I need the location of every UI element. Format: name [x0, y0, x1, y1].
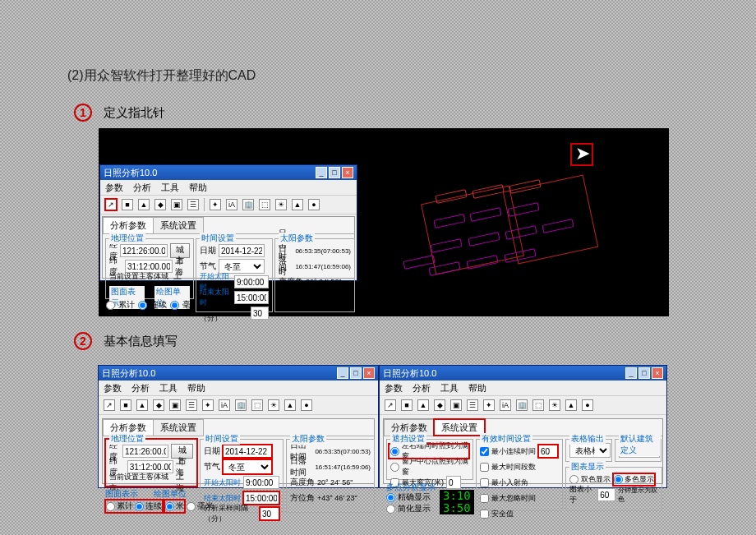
radio-simple[interactable] [386, 505, 395, 514]
minimize-button[interactable]: _ [625, 367, 637, 379]
menu-tools[interactable]: 工具 [159, 382, 177, 394]
menu-help[interactable]: 帮助 [468, 382, 486, 394]
menu-help[interactable]: 帮助 [187, 382, 205, 394]
titlebar-1[interactable]: 日照分析10.0 _ □ × [100, 165, 357, 180]
menu-params[interactable]: 参数 [104, 382, 122, 394]
chk-maxignore[interactable] [480, 494, 489, 503]
radio-continuous[interactable] [138, 301, 147, 310]
tool-icon[interactable]: ■ [401, 399, 413, 411]
term-select[interactable]: 冬至 [223, 459, 272, 474]
maximize-button[interactable]: □ [638, 367, 650, 379]
tool-icon[interactable]: 🏢 [242, 199, 254, 210]
tool-icon[interactable]: ✦ [202, 399, 214, 411]
radio-cumulative[interactable] [106, 502, 115, 511]
tool-icon[interactable]: ■ [122, 199, 133, 210]
tool-icon[interactable]: 🏢 [235, 399, 247, 411]
tab-analysis[interactable]: 分析参数 [103, 217, 154, 233]
tool-icon[interactable]: ☰ [187, 199, 199, 210]
interval-input[interactable] [260, 507, 279, 520]
menu-tools[interactable]: 工具 [440, 382, 459, 394]
tool-icon[interactable]: ▲ [138, 199, 150, 210]
tool-icon[interactable]: ● [582, 399, 593, 411]
close-button[interactable]: × [652, 367, 663, 379]
menu-params[interactable]: 参数 [105, 182, 123, 194]
menu-params[interactable]: 参数 [385, 382, 403, 394]
radio-shade2[interactable] [390, 463, 399, 472]
titlebar-2[interactable]: 日照分析10.0 _ □ × [99, 366, 378, 380]
tool-icon[interactable]: ☀ [549, 399, 560, 411]
date-input[interactable] [223, 445, 272, 458]
tool-icon[interactable]: ▣ [169, 399, 181, 411]
tab-system[interactable]: 系统设置 [153, 217, 204, 233]
menu-analysis[interactable]: 分析 [133, 182, 151, 194]
minimize-button[interactable]: _ [337, 367, 348, 379]
tool-icon[interactable]: ☀ [268, 399, 279, 411]
tool-icon[interactable]: ☰ [467, 399, 478, 411]
tool-icon[interactable]: ↗ [104, 399, 115, 411]
tool-icon[interactable]: ◆ [434, 399, 445, 411]
tool-icon[interactable]: iA [226, 199, 237, 210]
menu-analysis[interactable]: 分析 [413, 382, 431, 394]
mincont-input[interactable] [538, 445, 558, 458]
tool-icon[interactable]: ☀ [275, 199, 287, 210]
tool-icon[interactable]: ■ [120, 399, 131, 411]
radio-cumulative[interactable] [106, 301, 115, 310]
tool-icon[interactable]: 🏢 [516, 399, 528, 411]
lon-input[interactable] [122, 445, 168, 458]
maximize-button[interactable]: □ [329, 167, 340, 178]
tool-icon[interactable]: ⬚ [259, 199, 270, 210]
doc-caption: (2)用众智软件打开整理好的CAD [67, 67, 256, 85]
tool-icon[interactable]: ⬚ [251, 399, 263, 411]
start-input[interactable] [234, 275, 269, 288]
tool-icon[interactable]: ◆ [154, 199, 166, 210]
tool-icon[interactable]: ↗ [385, 399, 396, 411]
tool-icon[interactable]: ▣ [171, 199, 182, 210]
tool-icon[interactable]: ● [301, 399, 312, 411]
tool-icon[interactable]: ▲ [284, 399, 296, 411]
tool-icon[interactable]: iA [500, 399, 511, 411]
maximize-button[interactable]: □ [350, 367, 362, 379]
minimize-button[interactable]: _ [316, 167, 327, 178]
menu-tools[interactable]: 工具 [161, 182, 179, 194]
threshold-input[interactable] [597, 488, 615, 501]
menu-analysis[interactable]: 分析 [131, 382, 150, 394]
tab-system[interactable]: 系统设置 [153, 419, 204, 436]
tool-icon[interactable]: iA [219, 399, 230, 411]
titlebar-3[interactable]: 日照分析10.0 _ □ × [380, 366, 666, 380]
lon-input[interactable] [120, 244, 168, 257]
radio-continuous[interactable] [135, 502, 144, 511]
radio-dual[interactable] [569, 475, 579, 484]
tool-icon[interactable]: ✦ [483, 399, 495, 411]
lbl-term: 节气 [200, 261, 216, 272]
radio-meter[interactable] [165, 502, 174, 511]
tool-icon[interactable]: ▣ [450, 399, 462, 411]
group-sun: 太阳参数 [279, 233, 315, 244]
date-input[interactable] [219, 244, 265, 257]
tool-icon[interactable]: ◆ [153, 399, 164, 411]
chk-safe[interactable] [480, 510, 489, 519]
tool-icon[interactable]: ▲ [292, 199, 303, 210]
close-button[interactable]: × [342, 167, 353, 178]
radio-multi[interactable] [614, 475, 623, 484]
tablestyle-select[interactable]: 表格样式1 [569, 443, 611, 458]
tool-icon[interactable]: ✦ [210, 199, 221, 210]
radio-precise[interactable] [386, 493, 395, 502]
tool-icon[interactable]: ▲ [565, 399, 577, 411]
close-button[interactable]: × [363, 367, 375, 379]
radio-shade1[interactable] [390, 447, 399, 456]
tool-icon[interactable]: ▲ [136, 399, 148, 411]
tool-icon[interactable]: ● [308, 199, 320, 210]
interval-input[interactable] [251, 307, 269, 320]
radio-mm[interactable] [187, 502, 196, 511]
start-input[interactable] [243, 476, 279, 489]
tool-icon[interactable]: ⬚ [532, 399, 544, 411]
chk-mincont[interactable] [480, 447, 489, 456]
compass-tool-icon[interactable]: ↗ [105, 199, 117, 210]
tab-system[interactable]: 系统设置 [434, 419, 485, 436]
tool-icon[interactable]: ☰ [186, 399, 197, 411]
chk-maxseg[interactable] [480, 463, 489, 472]
menu-help[interactable]: 帮助 [189, 182, 207, 194]
tool-icon[interactable]: ▲ [417, 399, 429, 411]
chk-minangle[interactable] [480, 478, 489, 487]
radio-mm[interactable] [170, 301, 179, 310]
